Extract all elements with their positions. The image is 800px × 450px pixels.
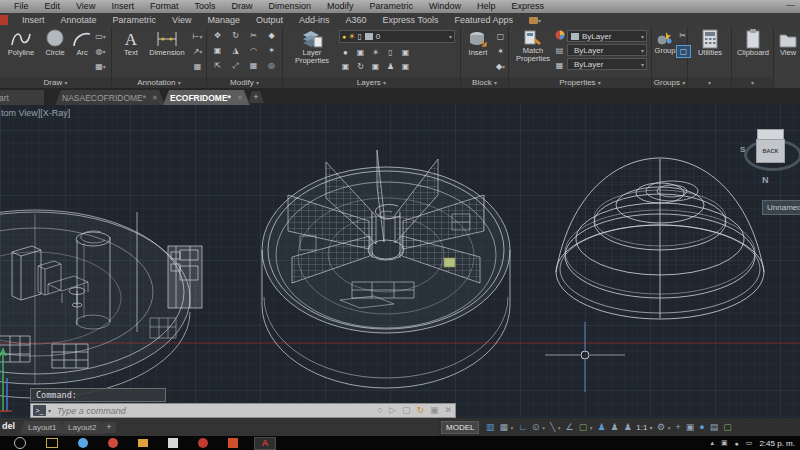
home-tab-partial-icon[interactable]	[0, 15, 8, 25]
layer-lock-icon[interactable]: ▯	[384, 47, 397, 58]
object-snap-icon[interactable]: ▢ ▾	[579, 418, 593, 437]
clean-screen-icon[interactable]: ▢	[723, 418, 732, 436]
model-tab-partial[interactable]: del	[2, 421, 15, 431]
command-bar[interactable]: >_ ▾ ○ ▷ ▢ ↻ ▣ ✕	[30, 403, 456, 418]
command-input[interactable]	[55, 405, 375, 417]
groups-panel-label[interactable]: Groups ▾	[652, 77, 687, 88]
grid-display-icon[interactable]: ▥	[486, 418, 495, 436]
trim-icon[interactable]: ✂	[247, 30, 260, 41]
menu-dimension[interactable]: Dimension	[260, 0, 319, 13]
utilities-button[interactable]: Utilities	[692, 29, 728, 57]
cmd-play-icon[interactable]: ▷	[389, 404, 396, 417]
lineweight-select[interactable]: ByLayer ▾	[567, 44, 647, 56]
ribbon-display-toggle-icon[interactable]	[529, 17, 538, 24]
tray-arrow-icon[interactable]: ▴	[710, 439, 714, 447]
annotation-monitor-icon[interactable]: +	[675, 418, 680, 436]
fillet-icon[interactable]: ◠	[247, 45, 260, 56]
rotate-icon[interactable]: ↻	[229, 30, 242, 41]
tab-layout2[interactable]: Layout2	[60, 421, 104, 434]
lineweight-list-icon[interactable]: ▤	[553, 45, 566, 56]
menu-help[interactable]: Help	[469, 0, 504, 13]
tab-annotate[interactable]: Annotate	[53, 13, 105, 27]
taskbar-folder-icon[interactable]	[138, 439, 148, 447]
utilities-panel-expander[interactable]: ▾	[688, 77, 731, 88]
taskbar-explorer-icon[interactable]	[46, 438, 58, 448]
menu-edit[interactable]: Edit	[37, 0, 69, 13]
layer-isolate-icon[interactable]: ▣	[354, 47, 367, 58]
insert-block-button[interactable]: Insert	[464, 29, 492, 57]
erase-icon[interactable]: ◆	[265, 30, 278, 41]
layer-previous-icon[interactable]: ↻	[354, 61, 367, 72]
tray-network-icon[interactable]: ▣	[721, 439, 728, 447]
layer-merge-icon[interactable]: ▣	[399, 61, 412, 72]
tab-express-tools[interactable]: Express Tools	[375, 13, 447, 27]
viewport-controls-label[interactable]: tom View][X-Ray]	[1, 108, 70, 118]
isodraft-icon[interactable]: ╲ ▾	[550, 418, 561, 437]
taskbar-clipboard-icon[interactable]	[168, 438, 178, 448]
tab-output[interactable]: Output	[248, 13, 291, 27]
viewcube-cube[interactable]: BACK	[756, 129, 783, 164]
menu-insert[interactable]: Insert	[103, 0, 142, 13]
group-button[interactable]: Group	[653, 29, 677, 55]
layer-unisolate-icon[interactable]: ▣	[369, 61, 382, 72]
ortho-mode-icon[interactable]: ∟	[518, 418, 527, 436]
layer-freeze-icon[interactable]: ☀	[369, 47, 382, 58]
table-icon[interactable]: ▦	[191, 61, 204, 72]
dimension-button[interactable]: Dimension	[146, 29, 188, 57]
menu-view[interactable]: View	[68, 0, 103, 13]
layer-select[interactable]: ● ☀ ▯ 0 ▾	[339, 30, 455, 43]
minimize-button[interactable]: —	[786, 0, 795, 10]
taskbar-search-icon[interactable]	[14, 437, 26, 449]
menu-tools[interactable]: Tools	[186, 0, 223, 13]
clipboard-panel-expander[interactable]: ▾	[732, 77, 773, 88]
taskbar-autocad-icon[interactable]: A	[254, 437, 276, 450]
compass-west-label[interactable]: S	[740, 145, 745, 154]
tab-parametric[interactable]: Parametric	[105, 13, 165, 27]
tab-insert[interactable]: Insert	[14, 13, 53, 27]
cmd-stack-icon[interactable]: ▣	[430, 404, 439, 417]
annotation-scale-value[interactable]: 1:1 ▾	[636, 423, 652, 432]
annotation-autoscale-icon[interactable]: ♟	[611, 418, 619, 436]
clipboard-button[interactable]: Clipboard	[734, 29, 772, 57]
taskbar-app-red-icon[interactable]	[108, 438, 118, 448]
menu-file[interactable]: File	[6, 0, 37, 13]
annotation-panel-label[interactable]: Annotation ▾	[112, 77, 206, 88]
menu-parametric[interactable]: Parametric	[362, 0, 422, 13]
tab-addins[interactable]: Add-ins	[291, 13, 338, 27]
circle-button[interactable]: Circle	[41, 29, 69, 57]
layer-properties-button[interactable]: Layer Properties	[291, 29, 333, 65]
close-tab-icon[interactable]: ✕	[152, 94, 158, 102]
osnap-tracking-icon[interactable]: ∠	[566, 418, 574, 436]
taskbar-app-orange-icon[interactable]	[228, 438, 238, 448]
layer-off-icon[interactable]: ●	[339, 47, 352, 58]
layer-match-icon[interactable]: ▣	[399, 47, 412, 58]
linetype-select[interactable]: ByLayer ▾	[567, 58, 647, 70]
close-tab-icon[interactable]: ✕	[237, 94, 243, 102]
text-button[interactable]: A Text	[118, 29, 144, 57]
move-icon[interactable]: ✥	[211, 30, 224, 41]
properties-panel-label[interactable]: Properties ▾	[509, 77, 651, 88]
cmd-square-icon[interactable]: ▢	[402, 404, 411, 417]
annotation-scale-icon[interactable]: ♟	[624, 418, 632, 436]
menu-window[interactable]: Window	[421, 0, 469, 13]
tab-start-partial[interactable]: art	[0, 90, 44, 105]
layer-walk-icon[interactable]: ♟	[384, 61, 397, 72]
viewcube-back-face[interactable]: BACK	[756, 139, 785, 163]
offset-icon[interactable]: ◎	[265, 60, 278, 71]
draw-panel-label[interactable]: Draw ▾	[0, 77, 111, 88]
annotation-visibility-icon[interactable]: ♟	[597, 418, 605, 436]
taskbar-app-red2-icon[interactable]	[198, 438, 208, 448]
modify-panel-label[interactable]: Modify ▾	[207, 77, 282, 88]
tray-volume-icon[interactable]: ●	[735, 440, 739, 447]
drawing-viewport[interactable]: tom View][X-Ray] BACK N S Unnamed Comman…	[0, 105, 800, 418]
snap-mode-icon[interactable]: ▦ ▾	[499, 418, 513, 437]
array-icon[interactable]: ▦	[247, 60, 260, 71]
stretch-icon[interactable]: ⇱	[211, 60, 224, 71]
view-button[interactable]: View	[776, 29, 800, 57]
menu-draw[interactable]: Draw	[223, 0, 260, 13]
tab-manage[interactable]: Manage	[199, 13, 248, 27]
layers-panel-label[interactable]: Layers ▾	[283, 77, 460, 88]
command-prompt-icon[interactable]: >_	[33, 405, 46, 416]
cmd-close-icon[interactable]: ✕	[444, 404, 452, 417]
layer-make-current-icon[interactable]: ▣	[339, 61, 352, 72]
